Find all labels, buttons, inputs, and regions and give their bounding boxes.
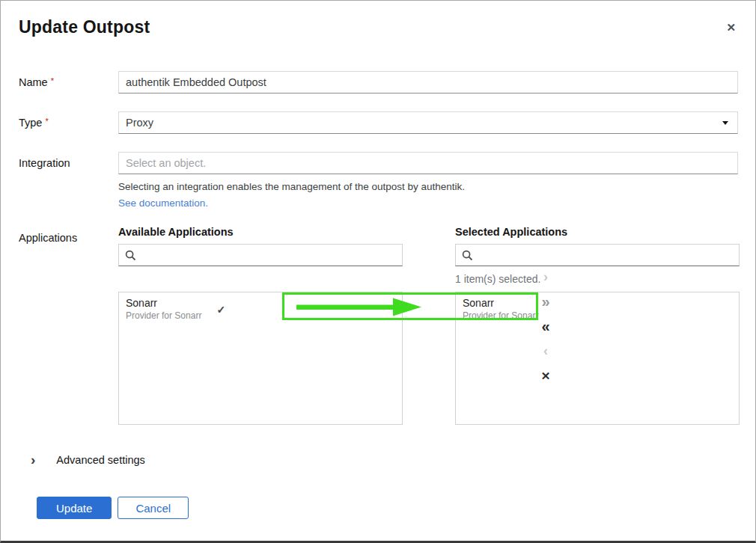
chevron-right-icon: ›: [31, 453, 35, 467]
selected-applications-list: Sonarr Provider for Sonarr: [455, 292, 740, 425]
selected-search-box: [455, 244, 740, 266]
type-select[interactable]: Proxy: [118, 111, 738, 134]
move-all-right-button[interactable]: »: [537, 294, 554, 310]
name-row: Name*: [19, 71, 738, 93]
search-icon: [125, 250, 136, 261]
available-applications-list: Sonarr Provider for Sonarr ✓: [118, 292, 403, 425]
chevron-down-icon: [722, 121, 728, 125]
available-search-box: [118, 244, 403, 266]
page-title: Update Outpost: [19, 17, 736, 37]
applications-label: Applications: [19, 224, 118, 426]
integration-label: Integration: [19, 152, 118, 209]
cancel-button[interactable]: Cancel: [118, 497, 189, 519]
available-applications-header: Available Applications: [118, 226, 234, 238]
check-icon: ✓: [216, 304, 225, 316]
clear-selection-button[interactable]: ✕: [537, 368, 555, 384]
advanced-settings-toggle[interactable]: › Advanced settings: [19, 453, 738, 467]
advanced-settings-label: Advanced settings: [56, 454, 145, 466]
move-all-left-button[interactable]: «: [537, 319, 554, 334]
available-search-input[interactable]: [141, 249, 396, 261]
transfer-controls: › » « ‹ ✕: [533, 269, 558, 393]
type-select-value: Proxy: [126, 117, 722, 129]
required-asterisk: *: [51, 76, 54, 85]
selected-applications-header: Selected Applications: [455, 226, 567, 238]
modal-footer: Update Cancel: [19, 497, 738, 519]
item-description: Provider for Sonarr: [126, 310, 201, 322]
dual-list-selector: Available Applications Selected Applicat…: [118, 224, 738, 426]
selected-search-input[interactable]: [478, 249, 733, 261]
name-field[interactable]: [118, 71, 738, 93]
item-name: Sonarr: [126, 297, 201, 309]
search-icon: [462, 250, 473, 261]
type-row: Type* Proxy: [19, 111, 738, 134]
integration-row: Integration Selecting an integration ena…: [19, 152, 738, 209]
item-name: Sonarr: [463, 297, 538, 309]
integration-helper-text: Selecting an integration enables the man…: [118, 180, 738, 193]
name-label: Name*: [19, 71, 118, 93]
list-item-sonarr-selected[interactable]: Sonarr Provider for Sonarr: [456, 292, 739, 326]
list-item-sonarr-available[interactable]: Sonarr Provider for Sonarr ✓: [119, 292, 402, 326]
integration-field[interactable]: [118, 152, 738, 174]
type-label: Type*: [19, 111, 118, 134]
close-icon[interactable]: ✕: [726, 22, 736, 33]
see-documentation-link[interactable]: See documentation.: [118, 197, 208, 209]
applications-row: Applications Available Applications Sele…: [19, 224, 738, 426]
selected-count-status: 1 item(s) selected.: [455, 273, 540, 285]
item-description: Provider for Sonarr: [463, 310, 538, 322]
modal-header: Update Outpost ✕: [1, 1, 755, 37]
outpost-form: Name* Type* Proxy Integration Sel: [1, 71, 755, 519]
required-asterisk: *: [45, 117, 48, 126]
move-selected-right-button[interactable]: ›: [539, 269, 552, 285]
update-button[interactable]: Update: [37, 497, 112, 519]
update-outpost-modal: Update Outpost ✕ Name* Type* Proxy: [0, 0, 756, 543]
move-selected-left-button[interactable]: ‹: [539, 343, 552, 359]
